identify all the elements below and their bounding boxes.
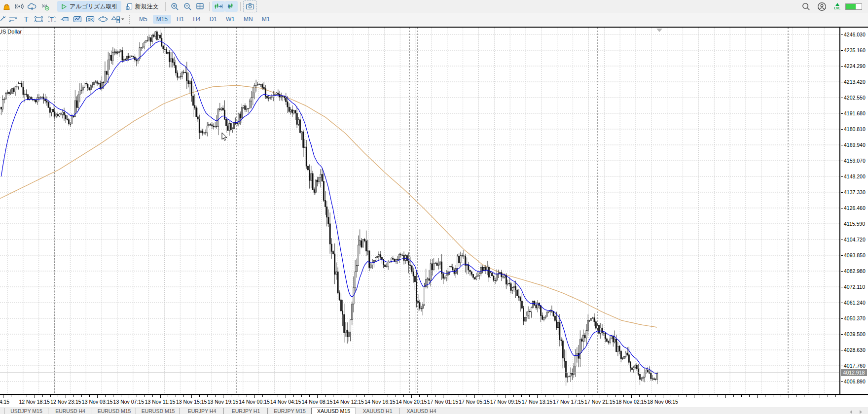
chart-tab-eurusd-m15[interactable]: EURUSD M15: [136, 408, 180, 414]
time-tick: [459, 395, 459, 397]
zoom-in-icon[interactable]: [168, 1, 181, 12]
time-tick: [239, 395, 239, 397]
price-tick: [841, 381, 843, 382]
chart-tab-xauusd-m15[interactable]: XAUUSD M15: [311, 408, 356, 414]
chart-tab-eurusd-m15[interactable]: EURUSD M15: [92, 408, 136, 414]
price-label: 4126.460: [844, 205, 866, 211]
time-tick: [341, 395, 341, 397]
toolbar-separator: [129, 15, 130, 24]
tile-windows-icon[interactable]: [194, 1, 207, 12]
trendline-tool-icon[interactable]: [7, 14, 20, 25]
price-tick: [841, 334, 843, 335]
chart-tab-xauusd-h4[interactable]: XAUUSD H4: [399, 408, 443, 414]
time-tick: [262, 395, 263, 397]
time-tick: [521, 395, 522, 397]
price-label: 4115.590: [844, 221, 865, 227]
chart-tab-eurjpy-m15[interactable]: EURJPY M15: [267, 408, 312, 414]
timeframe-m5[interactable]: M5: [136, 15, 151, 24]
new-order-label: 新規注文: [135, 2, 159, 11]
algo-trading-button[interactable]: アルゴリズム取引: [57, 1, 121, 12]
chart-tab-usdjpy-m15[interactable]: USDJPY M15: [4, 408, 48, 414]
drawing-toolbar: T T OK M5M15H1H4D1W1MNM1: [0, 13, 868, 26]
time-tick: [443, 395, 443, 398]
time-tick: [380, 395, 380, 398]
price-label-tool-icon[interactable]: [58, 14, 71, 25]
chart-tab-eurjpy-h4[interactable]: EURJPY H4: [180, 408, 224, 414]
indicator-tool-icon[interactable]: [71, 14, 84, 25]
time-label: 17 Nov 01:15: [428, 399, 458, 405]
time-axis[interactable]: 14:1512 Nov 18:1512 Nov 23:1513 Nov 03:1…: [0, 395, 840, 408]
chart-tab-xauusd-h1[interactable]: XAUUSD H1: [355, 408, 399, 414]
time-tick: [498, 395, 498, 397]
screenshot-icon[interactable]: [243, 0, 257, 12]
cloud-icon[interactable]: [26, 1, 38, 12]
timeframe-mn[interactable]: MN: [240, 15, 256, 24]
time-tick: [749, 395, 750, 397]
chart-area[interactable]: US Dollar 4246.0304235.1604224.2904213.4…: [0, 26, 868, 408]
time-tick: [725, 395, 726, 398]
price-tick: [841, 287, 843, 287]
account-icon[interactable]: [815, 1, 828, 12]
tabs-scroll-left-icon[interactable]: [850, 410, 852, 414]
chart-tab-eurjpy-h1[interactable]: EURJPY H1: [223, 408, 268, 414]
market-icon[interactable]: [0, 1, 13, 12]
level-indicator[interactable]: LVL: [834, 3, 840, 10]
time-tick: [121, 395, 121, 397]
signals-icon[interactable]: [13, 1, 26, 12]
cursor-tool-icon[interactable]: [0, 14, 7, 25]
timeframe-w1[interactable]: W1: [222, 15, 238, 24]
price-tick: [841, 192, 843, 193]
timeframe-h4[interactable]: H4: [189, 15, 204, 24]
ok-dialog-tool-icon[interactable]: OK: [84, 14, 97, 25]
time-label: 14 Nov 00:15: [239, 399, 269, 405]
timeframe-m1[interactable]: M1: [258, 15, 274, 24]
time-tick: [19, 395, 19, 397]
time-tick: [804, 395, 804, 397]
time-label: 13 Nov 19:15: [208, 399, 238, 405]
auto-scroll-icon[interactable]: [225, 1, 238, 12]
vertical-line-tool-icon[interactable]: T: [20, 14, 33, 25]
time-tick: [286, 395, 286, 398]
chart-tab-eurusd-h4[interactable]: EURUSD H4: [48, 408, 92, 414]
timeframe-h1[interactable]: H1: [173, 15, 187, 24]
time-label: 14 Nov 12:15: [333, 399, 363, 405]
time-tick: [411, 395, 412, 398]
time-tick: [467, 395, 467, 397]
ellipse-tool-icon[interactable]: [97, 14, 109, 25]
time-tick: [718, 395, 718, 397]
time-tick: [145, 395, 145, 397]
time-tick: [506, 395, 506, 398]
search-icon[interactable]: [799, 1, 812, 12]
time-label: 18 Nov 06:15: [647, 399, 678, 405]
time-tick: [293, 395, 294, 397]
time-tick: [789, 395, 789, 398]
chart-shift-icon[interactable]: [212, 1, 225, 12]
price-label: 4104.720: [844, 237, 866, 242]
time-tick: [215, 395, 216, 397]
shapes-tool-icon[interactable]: [109, 14, 126, 25]
price-label: 4235.160: [844, 47, 866, 53]
timeframe-m15[interactable]: M15: [153, 15, 171, 24]
price-axis[interactable]: 4246.0304235.1604224.2904213.4204202.550…: [840, 26, 868, 395]
price-label: 4082.980: [844, 268, 866, 274]
zoom-out-icon[interactable]: [181, 1, 194, 12]
time-tick: [419, 395, 420, 397]
time-label: 13 Nov 15:15: [176, 399, 207, 405]
tabs-scroll-right-icon[interactable]: [860, 410, 862, 414]
time-tick: [129, 395, 129, 398]
time-tick: [757, 395, 758, 398]
price-tick: [841, 161, 843, 161]
price-chart[interactable]: [0, 26, 868, 395]
rectangle-tool-icon[interactable]: [33, 14, 45, 25]
broadcast-add-icon[interactable]: [38, 1, 51, 12]
timeframe-d1[interactable]: D1: [206, 15, 220, 24]
time-tick: [183, 395, 184, 397]
text-tool-icon[interactable]: T: [45, 14, 58, 25]
time-tick: [435, 395, 435, 397]
time-tick: [781, 395, 781, 397]
time-tick: [176, 395, 176, 397]
toolbar-separator: [54, 2, 54, 11]
new-order-button[interactable]: 新規注文: [122, 1, 162, 12]
time-tick: [403, 395, 404, 397]
time-tick: [639, 395, 640, 397]
